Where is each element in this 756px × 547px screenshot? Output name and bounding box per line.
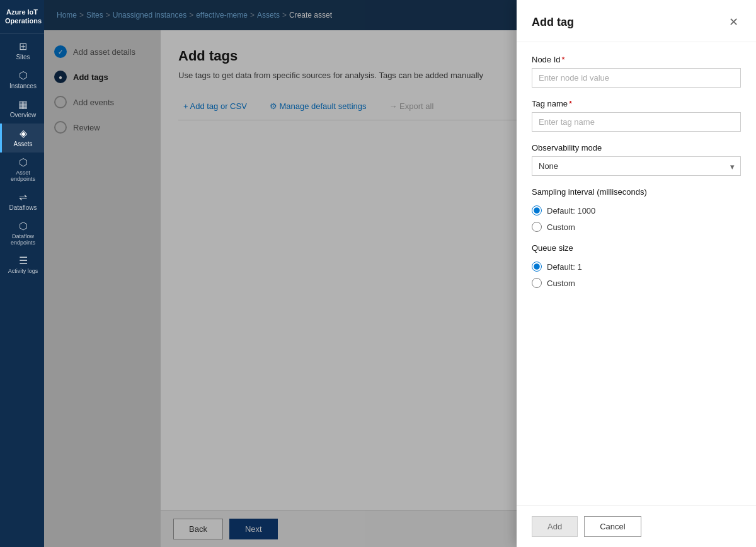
cancel-button[interactable]: Cancel: [584, 516, 641, 537]
sidebar-item-dataflow-endpoints[interactable]: ⬡ Dataflow endpoints: [0, 216, 44, 251]
sidebar-item-label: Asset endpoints: [4, 170, 42, 182]
sidebar-item-sites[interactable]: ⊞ Sites: [0, 37, 44, 66]
sidebar-item-label: Instances: [9, 83, 37, 89]
sidebar-item-asset-endpoints[interactable]: ⬡ Asset endpoints: [0, 153, 44, 187]
sites-icon: ⊞: [19, 42, 27, 52]
observability-mode-select-wrapper: None Gauge Counter Histogram Log ▾: [532, 156, 741, 176]
sampling-interval-custom-label: Custom: [547, 222, 575, 232]
observability-mode-select[interactable]: None Gauge Counter Histogram Log: [532, 156, 741, 176]
sidebar-item-overview[interactable]: ▦ Overview: [0, 95, 44, 124]
sampling-interval-label: Sampling interval (milliseconds): [532, 187, 741, 197]
tag-name-input[interactable]: [532, 112, 741, 132]
sampling-interval-default-radio[interactable]: [532, 205, 542, 216]
tag-name-label: Tag name*: [532, 99, 741, 108]
drawer-header: Add tag ✕: [517, 0, 756, 42]
add-tag-button[interactable]: Add: [532, 516, 578, 537]
sidebar-item-activity-logs[interactable]: ☰ Activity logs: [0, 251, 44, 279]
sidebar-item-label: Overview: [10, 112, 37, 118]
drawer-body: Node Id* Tag name* Observability mode No…: [517, 42, 756, 505]
sampling-interval-custom-radio[interactable]: [532, 222, 542, 232]
observability-mode-label: Observability mode: [532, 143, 741, 153]
sidebar-item-label: Activity logs: [8, 268, 38, 274]
assets-icon: ◈: [20, 129, 27, 139]
queue-size-label: Queue size: [532, 243, 741, 253]
app-title: Azure IoT Operations: [0, 0, 44, 34]
sidebar-item-label: Assets: [13, 141, 32, 147]
node-id-label: Node Id*: [532, 55, 741, 64]
sidebar: Azure IoT Operations ⊞ Sites ⬡ Instances…: [0, 0, 44, 547]
sidebar-item-instances[interactable]: ⬡ Instances: [0, 66, 44, 95]
overview-icon: ▦: [18, 100, 28, 110]
queue-size-default-option[interactable]: Default: 1: [532, 262, 741, 272]
queue-size-radio-group: Default: 1 Custom: [532, 262, 741, 288]
sidebar-item-label: Dataflows: [9, 204, 37, 211]
dataflow-endpoints-icon: ⬡: [19, 221, 28, 231]
queue-size-custom-option[interactable]: Custom: [532, 278, 741, 288]
sampling-interval-custom-option[interactable]: Custom: [532, 222, 741, 232]
drawer-title: Add tag: [532, 16, 574, 29]
sidebar-item-dataflows[interactable]: ⇌ Dataflows: [0, 187, 44, 216]
node-id-input[interactable]: [532, 68, 741, 88]
queue-size-custom-label: Custom: [547, 279, 575, 288]
close-drawer-button[interactable]: ✕: [726, 13, 741, 32]
activity-logs-icon: ☰: [19, 256, 28, 266]
sidebar-item-label: Sites: [16, 54, 30, 60]
node-id-field-group: Node Id*: [532, 55, 741, 88]
queue-size-default-label: Default: 1: [547, 262, 582, 272]
sampling-interval-radio-group: Default: 1000 Custom: [532, 205, 741, 232]
sidebar-item-assets[interactable]: ◈ Assets: [0, 124, 44, 153]
tag-name-field-group: Tag name*: [532, 99, 741, 132]
drawer-footer: Add Cancel: [517, 505, 756, 547]
asset-endpoints-icon: ⬡: [19, 158, 28, 168]
sampling-interval-default-option[interactable]: Default: 1000: [532, 205, 741, 216]
observability-mode-field-group: Observability mode None Gauge Counter Hi…: [532, 143, 741, 176]
sampling-interval-field-group: Sampling interval (milliseconds) Default…: [532, 187, 741, 232]
dataflows-icon: ⇌: [19, 192, 27, 202]
add-tag-drawer: Add tag ✕ Node Id* Tag name* Observabili…: [517, 0, 756, 547]
sampling-interval-default-label: Default: 1000: [547, 206, 595, 216]
sidebar-item-label: Dataflow endpoints: [4, 233, 42, 246]
instances-icon: ⬡: [19, 71, 28, 81]
queue-size-default-radio[interactable]: [532, 262, 542, 272]
queue-size-field-group: Queue size Default: 1 Custom: [532, 243, 741, 288]
queue-size-custom-radio[interactable]: [532, 278, 542, 288]
